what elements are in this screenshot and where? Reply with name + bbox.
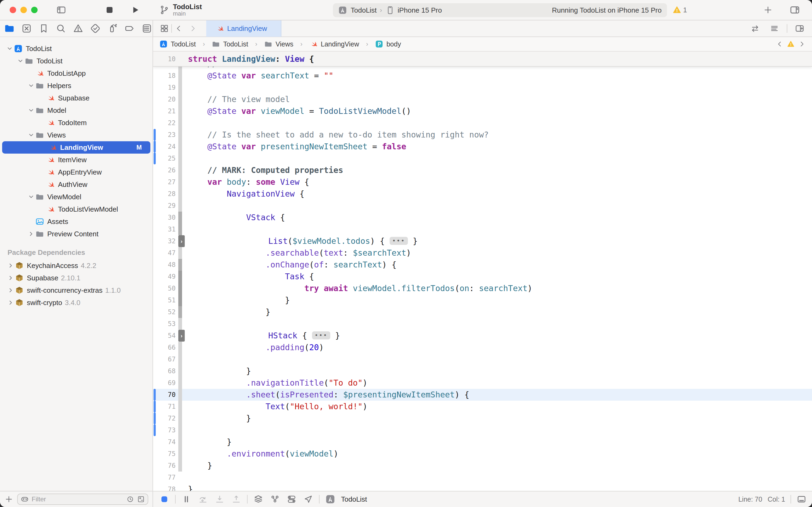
code-line-25[interactable]: 25 bbox=[153, 153, 812, 164]
view-hierarchy-button[interactable] bbox=[252, 493, 264, 505]
code-line-70[interactable]: 70 .sheet(isPresented: $presentingNewIte… bbox=[153, 389, 812, 401]
sidebar-tab-source-control-navigator[interactable] bbox=[21, 23, 32, 34]
related-items-button[interactable] bbox=[157, 21, 171, 36]
code-line-52[interactable]: 52 } bbox=[153, 306, 812, 318]
sidebar-item-helpers[interactable]: Helpers bbox=[0, 79, 153, 92]
breadcrumb-item-body[interactable]: body bbox=[375, 40, 401, 48]
run-destination[interactable]: iPhone 15 Pro bbox=[398, 6, 442, 14]
add-item-icon[interactable] bbox=[4, 495, 13, 504]
code-line-50[interactable]: 50 try await viewModel.filterTodos(on: s… bbox=[153, 282, 812, 294]
filter-field[interactable]: Filter bbox=[17, 494, 148, 505]
breadcrumb-item-landingview[interactable]: LandingView bbox=[309, 40, 359, 48]
adjust-editor-button[interactable] bbox=[767, 21, 781, 36]
code-line-21[interactable]: 21 @State var viewModel = TodoListViewMo… bbox=[153, 105, 812, 117]
code-line-48[interactable]: 48 .onChange(of: searchText) { bbox=[153, 259, 812, 271]
sidebar-item-preview-content[interactable]: Preview Content bbox=[0, 228, 153, 240]
chevron-down-icon[interactable] bbox=[27, 81, 36, 90]
sidebar-tab-issue-navigator[interactable] bbox=[72, 23, 84, 34]
code-line-68[interactable]: 68 } bbox=[153, 365, 812, 377]
line-indicator[interactable]: Line: 70 bbox=[739, 496, 762, 503]
sidebar-tab-debug-navigator[interactable] bbox=[107, 23, 118, 34]
sidebar-item-todolist[interactable]: TodoList bbox=[0, 55, 153, 67]
breakpoints-toggle[interactable] bbox=[159, 493, 170, 505]
sticky-scope-header[interactable]: 10struct LandingView: View { bbox=[153, 52, 812, 67]
code-line-30[interactable]: 30 VStack { bbox=[153, 212, 812, 223]
next-issue-icon[interactable] bbox=[798, 40, 806, 48]
folded-code-pill[interactable]: ••• bbox=[390, 237, 408, 245]
code-line-47[interactable]: 47 .searchable(text: $searchText) bbox=[153, 247, 812, 259]
new-tab-button[interactable] bbox=[760, 2, 775, 17]
code-line-75[interactable]: 75 .environment(viewModel) bbox=[153, 448, 812, 460]
code-line-66[interactable]: 66 .padding(20) bbox=[153, 342, 812, 353]
code-line-77[interactable]: 77 bbox=[153, 471, 812, 484]
sidebar-item-authview[interactable]: AuthView bbox=[0, 178, 153, 191]
chevron-right-icon[interactable] bbox=[6, 261, 15, 270]
sidebar-tab-report-navigator[interactable] bbox=[141, 23, 153, 34]
run-button[interactable] bbox=[128, 2, 143, 17]
breadcrumb-item-todolist[interactable]: TodoList bbox=[212, 40, 248, 48]
code-line-19[interactable]: 19 bbox=[153, 81, 812, 94]
source-editor[interactable]: 17 // The search text18 @State var searc… bbox=[153, 52, 812, 491]
folded-code-pill[interactable]: ••• bbox=[312, 331, 331, 339]
fold-chevron-icon[interactable]: › bbox=[178, 235, 185, 247]
sidebar-item-todolistapp[interactable]: TodoListApp bbox=[0, 67, 153, 79]
sidebar-tab-bookmark-navigator[interactable] bbox=[38, 23, 49, 34]
sidebar-item-landingview[interactable]: LandingViewM bbox=[2, 141, 151, 154]
chevron-down-icon[interactable] bbox=[27, 106, 36, 115]
breadcrumb-item-todolist[interactable]: TodoList bbox=[160, 40, 196, 48]
code-line-20[interactable]: 20 // The view model bbox=[153, 94, 812, 105]
environment-overrides-button[interactable] bbox=[286, 493, 297, 505]
running-app-badge[interactable] bbox=[325, 493, 336, 505]
sidebar-item-todoitem[interactable]: TodoItem bbox=[0, 117, 153, 129]
code-line-71[interactable]: 71 Text("Hello, world!") bbox=[153, 401, 812, 412]
chevron-down-icon[interactable] bbox=[5, 44, 14, 53]
code-line-49[interactable]: 49 Task { bbox=[153, 271, 812, 282]
tab-landingview[interactable]: LandingView bbox=[206, 20, 281, 37]
code-line-31[interactable]: 31 bbox=[153, 223, 812, 235]
sidebar-item-viewmodel[interactable]: ViewModel bbox=[0, 191, 153, 203]
sidebar-tab-test-navigator[interactable] bbox=[90, 23, 101, 34]
code-line-22[interactable]: 22 bbox=[153, 117, 812, 129]
close-window-button[interactable] bbox=[10, 7, 16, 13]
fold-chevron-icon[interactable]: › bbox=[178, 330, 185, 342]
code-line-78[interactable]: 78} bbox=[153, 484, 812, 491]
chevron-down-icon[interactable] bbox=[27, 192, 36, 201]
sidebar-item-assets[interactable]: Assets bbox=[0, 215, 153, 228]
chevron-down-icon[interactable] bbox=[16, 57, 25, 65]
package-item-supabase[interactable]: Supabase2.10.1 bbox=[0, 272, 153, 284]
sourcecontrol-status-filter-icon[interactable] bbox=[137, 495, 145, 503]
code-line-32[interactable]: 32› List($viewModel.todos) { ••• } bbox=[153, 235, 812, 247]
editor-options-button[interactable] bbox=[787, 2, 802, 17]
pause-button[interactable] bbox=[180, 493, 192, 505]
chevron-right-icon[interactable] bbox=[27, 230, 36, 238]
zoom-window-button[interactable] bbox=[31, 7, 38, 13]
code-line-69[interactable]: 69 .navigationTitle("To do") bbox=[153, 377, 812, 389]
code-line-73[interactable]: 73 bbox=[153, 424, 812, 436]
code-line-24[interactable]: 24 @State var presentingNewItemSheet = f… bbox=[153, 141, 812, 153]
add-editor-button[interactable] bbox=[793, 21, 807, 36]
scheme-selector[interactable]: TodoList › iPhone 15 Pro Running TodoLis… bbox=[333, 3, 667, 17]
chevron-down-icon[interactable] bbox=[27, 131, 36, 139]
toggle-sidebar-button[interactable] bbox=[54, 2, 69, 17]
code-line-76[interactable]: 76 } bbox=[153, 460, 812, 471]
code-line-26[interactable]: 26 // MARK: Computed properties bbox=[153, 164, 812, 176]
code-line-53[interactable]: 53 bbox=[153, 318, 812, 330]
code-line-10[interactable]: 10struct LandingView: View { bbox=[153, 52, 314, 63]
breadcrumb-item-views[interactable]: Views bbox=[264, 40, 293, 48]
sidebar-tab-project-navigator[interactable] bbox=[4, 23, 15, 34]
memory-graph-button[interactable] bbox=[269, 493, 281, 505]
warning-cluster[interactable]: 1 bbox=[673, 5, 687, 14]
scheme-name[interactable]: TodoList bbox=[351, 6, 377, 14]
package-item-swift-crypto[interactable]: swift-crypto3.4.0 bbox=[0, 296, 153, 309]
sidebar-item-todolistviewmodel[interactable]: TodoListViewModel bbox=[0, 203, 153, 215]
code-line-67[interactable]: 67 bbox=[153, 353, 812, 365]
sidebar-item-appentryview[interactable]: AppEntryView bbox=[0, 166, 153, 178]
chevron-right-icon[interactable] bbox=[6, 286, 15, 295]
sidebar-item-model[interactable]: Model bbox=[0, 104, 153, 117]
code-line-27[interactable]: 27 var body: some View { bbox=[153, 176, 812, 188]
code-line-18[interactable]: 18 @State var searchText = "" bbox=[153, 70, 812, 81]
chevron-right-icon[interactable] bbox=[6, 298, 15, 307]
chevron-right-icon[interactable] bbox=[6, 274, 15, 282]
code-line-74[interactable]: 74 } bbox=[153, 436, 812, 448]
simulate-location-button[interactable] bbox=[302, 493, 314, 505]
